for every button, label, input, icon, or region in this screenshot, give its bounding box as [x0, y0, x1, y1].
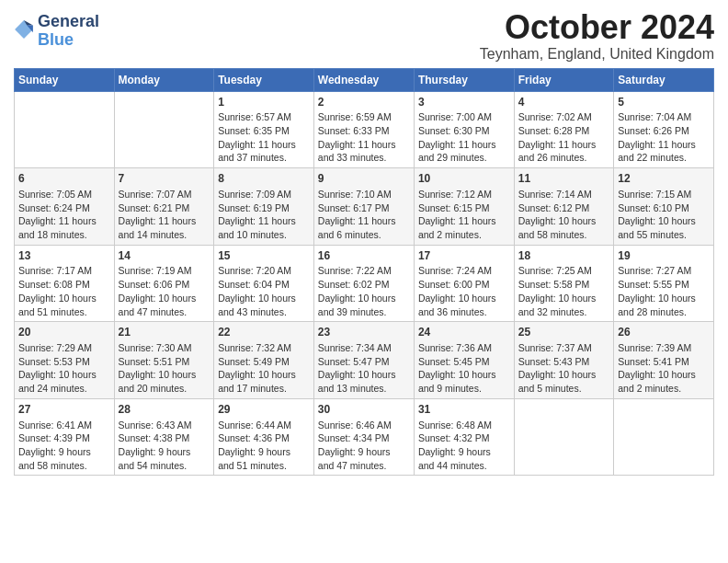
- calendar-cell: 2Sunrise: 6:59 AM Sunset: 6:33 PM Daylig…: [313, 91, 414, 168]
- day-number: 9: [318, 171, 410, 187]
- cell-content: Sunrise: 7:36 AM Sunset: 5:45 PM Dayligh…: [418, 341, 510, 396]
- cell-content: Sunrise: 6:48 AM Sunset: 4:32 PM Dayligh…: [418, 419, 510, 473]
- calendar-cell: 1Sunrise: 6:57 AM Sunset: 6:35 PM Daylig…: [214, 91, 314, 168]
- day-number: 16: [318, 248, 410, 264]
- cell-content: Sunrise: 7:09 AM Sunset: 6:19 PM Dayligh…: [218, 188, 310, 242]
- days-of-week-row: SundayMondayTuesdayWednesdayThursdayFrid…: [15, 68, 714, 91]
- cell-content: Sunrise: 7:24 AM Sunset: 6:00 PM Dayligh…: [418, 264, 510, 318]
- calendar-table: SundayMondayTuesdayWednesdayThursdayFrid…: [14, 68, 714, 477]
- day-number: 10: [418, 171, 510, 187]
- day-number: 22: [218, 325, 310, 340]
- day-number: 7: [119, 171, 210, 187]
- calendar-cell: 3Sunrise: 7:00 AM Sunset: 6:30 PM Daylig…: [414, 91, 514, 168]
- day-number: 4: [518, 95, 609, 110]
- day-number: 14: [119, 248, 210, 264]
- day-number: 25: [518, 325, 609, 340]
- day-number: 12: [618, 171, 710, 187]
- logo-general: General: [38, 13, 99, 31]
- cell-content: Sunrise: 7:34 AM Sunset: 5:47 PM Dayligh…: [318, 341, 410, 396]
- week-row-0: 1Sunrise: 6:57 AM Sunset: 6:35 PM Daylig…: [15, 91, 714, 168]
- day-number: 8: [218, 171, 310, 187]
- logo-text: General Blue: [38, 13, 99, 50]
- calendar-cell: 26Sunrise: 7:39 AM Sunset: 5:41 PM Dayli…: [614, 322, 714, 399]
- cell-content: Sunrise: 7:39 AM Sunset: 5:41 PM Dayligh…: [618, 341, 710, 396]
- header: General Blue October 2024 Teynham, Engla…: [14, 9, 714, 63]
- cell-content: Sunrise: 7:22 AM Sunset: 6:02 PM Dayligh…: [318, 264, 410, 318]
- day-number: 6: [18, 171, 110, 187]
- calendar-cell: 16Sunrise: 7:22 AM Sunset: 6:02 PM Dayli…: [313, 245, 414, 322]
- calendar-cell: [114, 91, 214, 168]
- calendar-cell: 24Sunrise: 7:36 AM Sunset: 5:45 PM Dayli…: [414, 322, 514, 399]
- cell-content: Sunrise: 7:05 AM Sunset: 6:24 PM Dayligh…: [18, 188, 110, 242]
- day-number: 26: [618, 325, 710, 340]
- calendar-cell: 27Sunrise: 6:41 AM Sunset: 4:39 PM Dayli…: [15, 398, 115, 476]
- calendar-cell: 29Sunrise: 6:44 AM Sunset: 4:36 PM Dayli…: [214, 398, 314, 476]
- day-of-week-thursday: Thursday: [414, 68, 514, 91]
- day-number: 11: [518, 171, 609, 187]
- calendar-cell: 21Sunrise: 7:30 AM Sunset: 5:51 PM Dayli…: [114, 322, 214, 399]
- calendar-cell: 17Sunrise: 7:24 AM Sunset: 6:00 PM Dayli…: [414, 245, 514, 322]
- day-number: 3: [418, 95, 510, 110]
- cell-content: Sunrise: 7:19 AM Sunset: 6:06 PM Dayligh…: [119, 264, 210, 318]
- day-of-week-tuesday: Tuesday: [214, 68, 314, 91]
- day-number: 15: [218, 248, 310, 264]
- calendar-cell: 30Sunrise: 6:46 AM Sunset: 4:34 PM Dayli…: [313, 398, 414, 476]
- calendar-cell: 10Sunrise: 7:12 AM Sunset: 6:15 PM Dayli…: [414, 168, 514, 246]
- calendar-cell: 4Sunrise: 7:02 AM Sunset: 6:28 PM Daylig…: [514, 91, 613, 168]
- cell-content: Sunrise: 6:43 AM Sunset: 4:38 PM Dayligh…: [119, 419, 210, 473]
- cell-content: Sunrise: 7:10 AM Sunset: 6:17 PM Dayligh…: [318, 188, 410, 242]
- calendar-cell: [614, 398, 714, 476]
- week-row-3: 20Sunrise: 7:29 AM Sunset: 5:53 PM Dayli…: [15, 322, 714, 399]
- calendar-header: SundayMondayTuesdayWednesdayThursdayFrid…: [15, 68, 714, 91]
- cell-content: Sunrise: 6:41 AM Sunset: 4:39 PM Dayligh…: [18, 419, 110, 473]
- day-of-week-wednesday: Wednesday: [313, 68, 414, 91]
- calendar-cell: 20Sunrise: 7:29 AM Sunset: 5:53 PM Dayli…: [15, 322, 115, 399]
- cell-content: Sunrise: 7:27 AM Sunset: 5:55 PM Dayligh…: [618, 264, 710, 318]
- calendar-cell: 6Sunrise: 7:05 AM Sunset: 6:24 PM Daylig…: [15, 168, 115, 246]
- calendar-cell: 28Sunrise: 6:43 AM Sunset: 4:38 PM Dayli…: [114, 398, 214, 476]
- day-number: 27: [18, 402, 110, 418]
- cell-content: Sunrise: 7:30 AM Sunset: 5:51 PM Dayligh…: [119, 341, 210, 396]
- calendar-cell: 22Sunrise: 7:32 AM Sunset: 5:49 PM Dayli…: [214, 322, 314, 399]
- cell-content: Sunrise: 7:14 AM Sunset: 6:12 PM Dayligh…: [518, 188, 609, 242]
- day-number: 13: [18, 248, 110, 264]
- calendar-cell: 23Sunrise: 7:34 AM Sunset: 5:47 PM Dayli…: [313, 322, 414, 399]
- calendar-cell: 19Sunrise: 7:27 AM Sunset: 5:55 PM Dayli…: [614, 245, 714, 322]
- cell-content: Sunrise: 7:15 AM Sunset: 6:10 PM Dayligh…: [618, 188, 710, 242]
- day-of-week-sunday: Sunday: [15, 68, 115, 91]
- logo: General Blue: [14, 13, 99, 50]
- calendar-cell: 7Sunrise: 7:07 AM Sunset: 6:21 PM Daylig…: [114, 168, 214, 246]
- day-of-week-monday: Monday: [114, 68, 214, 91]
- cell-content: Sunrise: 7:20 AM Sunset: 6:04 PM Dayligh…: [218, 264, 310, 318]
- cell-content: Sunrise: 7:29 AM Sunset: 5:53 PM Dayligh…: [18, 341, 110, 396]
- calendar-cell: 12Sunrise: 7:15 AM Sunset: 6:10 PM Dayli…: [614, 168, 714, 246]
- day-number: 5: [618, 95, 710, 110]
- cell-content: Sunrise: 6:59 AM Sunset: 6:33 PM Dayligh…: [318, 110, 410, 165]
- month-title: October 2024: [480, 9, 714, 46]
- day-number: 23: [318, 325, 410, 340]
- day-number: 2: [318, 95, 410, 110]
- calendar-cell: [15, 91, 115, 168]
- calendar-cell: 18Sunrise: 7:25 AM Sunset: 5:58 PM Dayli…: [514, 245, 613, 322]
- day-number: 21: [119, 325, 210, 340]
- cell-content: Sunrise: 7:12 AM Sunset: 6:15 PM Dayligh…: [418, 188, 510, 242]
- logo-blue: Blue: [38, 31, 99, 50]
- week-row-4: 27Sunrise: 6:41 AM Sunset: 4:39 PM Dayli…: [15, 398, 714, 476]
- day-of-week-saturday: Saturday: [614, 68, 714, 91]
- calendar-cell: 13Sunrise: 7:17 AM Sunset: 6:08 PM Dayli…: [15, 245, 115, 322]
- calendar-body: 1Sunrise: 6:57 AM Sunset: 6:35 PM Daylig…: [15, 91, 714, 476]
- day-number: 20: [18, 325, 110, 340]
- day-number: 29: [218, 402, 310, 418]
- cell-content: Sunrise: 7:02 AM Sunset: 6:28 PM Dayligh…: [518, 110, 609, 165]
- cell-content: Sunrise: 6:46 AM Sunset: 4:34 PM Dayligh…: [318, 419, 410, 473]
- calendar-cell: 11Sunrise: 7:14 AM Sunset: 6:12 PM Dayli…: [514, 168, 613, 246]
- cell-content: Sunrise: 7:25 AM Sunset: 5:58 PM Dayligh…: [518, 264, 609, 318]
- day-number: 30: [318, 402, 410, 418]
- calendar-cell: 14Sunrise: 7:19 AM Sunset: 6:06 PM Dayli…: [114, 245, 214, 322]
- cell-content: Sunrise: 7:07 AM Sunset: 6:21 PM Dayligh…: [119, 188, 210, 242]
- calendar-cell: 31Sunrise: 6:48 AM Sunset: 4:32 PM Dayli…: [414, 398, 514, 476]
- location-title: Teynham, England, United Kingdom: [480, 46, 714, 63]
- day-number: 17: [418, 248, 510, 264]
- cell-content: Sunrise: 7:32 AM Sunset: 5:49 PM Dayligh…: [218, 341, 310, 396]
- svg-marker-0: [15, 20, 33, 39]
